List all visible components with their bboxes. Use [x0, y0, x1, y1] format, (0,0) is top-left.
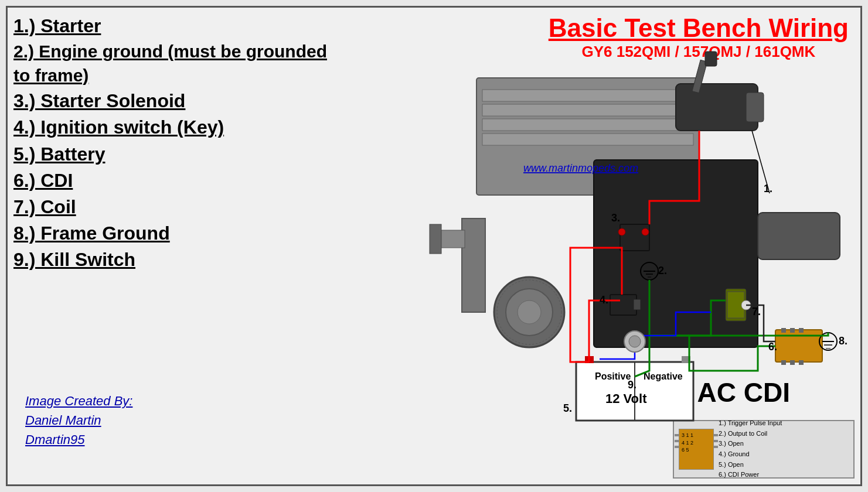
- svg-text:www.martinmopeds.com: www.martinmopeds.com: [523, 162, 638, 174]
- svg-text:2.: 2.: [658, 265, 667, 276]
- cdi-pin4-label: 4.) Ground: [719, 449, 782, 460]
- svg-rect-4: [482, 134, 693, 145]
- svg-text:5.: 5.: [563, 402, 572, 414]
- svg-rect-3: [482, 119, 693, 131]
- svg-text:Negative: Negative: [644, 371, 683, 381]
- svg-rect-24: [799, 328, 804, 333]
- svg-rect-32: [634, 299, 641, 310]
- pin-right-1: [713, 434, 718, 436]
- svg-text:6.: 6.: [768, 341, 777, 353]
- svg-rect-22: [781, 328, 786, 333]
- list-item-7: 7.) Coil: [13, 194, 342, 220]
- credit-section: Image Created By: Daniel Martin Dmartin9…: [25, 391, 132, 449]
- main-title: Basic Test Bench Wiring: [549, 13, 849, 43]
- main-container: 1.) Starter 2.) Engine ground (must be g…: [6, 6, 862, 486]
- numbered-list-panel: 1.) Starter 2.) Engine ground (must be g…: [13, 13, 342, 274]
- list-item-9: 9.) Kill Switch: [13, 247, 342, 272]
- list-item-6: 6.) CDI: [13, 168, 342, 193]
- list-item-4: 4.) Ignition switch (Key): [13, 115, 342, 140]
- svg-rect-8: [438, 230, 465, 248]
- cdi-chip-icon: 3 1 1 4 1 2 6 5: [679, 429, 714, 470]
- svg-point-49: [629, 336, 641, 347]
- credit-line2: Daniel Martin: [25, 411, 132, 430]
- svg-rect-23: [790, 328, 795, 333]
- svg-rect-2: [482, 104, 693, 116]
- wiring-svg: Positive Negative 12 Volt: [348, 43, 852, 423]
- svg-rect-7: [462, 218, 485, 312]
- svg-rect-11: [746, 93, 764, 122]
- pin-right-2: [713, 440, 718, 442]
- svg-point-30: [642, 228, 649, 235]
- svg-rect-26: [790, 360, 795, 365]
- svg-text:12 Volt: 12 Volt: [605, 391, 647, 406]
- svg-point-29: [618, 228, 625, 235]
- svg-rect-25: [781, 360, 786, 365]
- list-item-2: 2.) Engine ground (must be grounded to f…: [13, 40, 342, 87]
- list-item-1: 1.) Starter: [13, 13, 342, 39]
- svg-text:8.: 8.: [839, 335, 847, 347]
- svg-text:9.: 9.: [628, 379, 636, 391]
- wiring-diagram: Positive Negative 12 Volt: [348, 43, 852, 423]
- svg-text:7.: 7.: [752, 306, 761, 317]
- svg-rect-1: [482, 90, 693, 101]
- svg-rect-21: [775, 330, 822, 362]
- svg-point-16: [518, 300, 541, 324]
- svg-rect-9: [430, 224, 441, 254]
- svg-rect-10: [676, 84, 758, 131]
- pin-right-3: [713, 446, 718, 448]
- pin-left-3: [675, 446, 679, 448]
- cdi-pin3-label: 3.) Open: [719, 439, 782, 449]
- list-item-3: 3.) Starter Solenoid: [13, 88, 342, 114]
- pin-left-1: [675, 434, 679, 436]
- credit-line1: Image Created By:: [25, 391, 132, 411]
- svg-rect-13: [705, 52, 717, 66]
- svg-text:4.: 4.: [600, 294, 608, 306]
- svg-rect-6: [758, 213, 840, 259]
- cdi-legend-box: 3 1 1 4 1 2 6 5 1.) Trigger Pulse Input …: [673, 420, 855, 479]
- cdi-legend-text: 1.) Trigger Pulse Input 2.) Output to Co…: [719, 418, 782, 480]
- pin-left-2: [675, 440, 679, 442]
- svg-rect-31: [610, 295, 636, 315]
- list-item-8: 8.) Frame Ground: [13, 221, 342, 246]
- svg-rect-27: [799, 360, 804, 365]
- svg-text:Positive: Positive: [595, 371, 631, 381]
- list-item-5: 5.) Battery: [13, 142, 342, 167]
- svg-text:3.: 3.: [611, 212, 620, 224]
- cdi-pin2-label: 2.) Output to Coil: [719, 429, 782, 439]
- credit-line3: Dmartin95: [25, 430, 132, 449]
- cdi-pin5-label: 5.) Open: [719, 460, 782, 470]
- cdi-pin6-label: 6.) CDI Power: [719, 470, 782, 480]
- component-list: 1.) Starter 2.) Engine ground (must be g…: [13, 13, 342, 273]
